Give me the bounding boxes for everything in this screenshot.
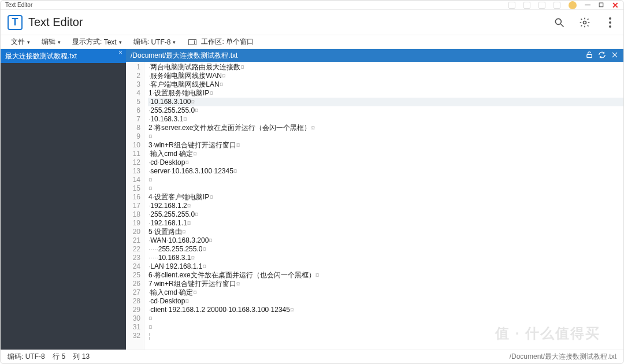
titlebar-brand-icon [569, 1, 577, 9]
app-logo-icon: T [8, 15, 23, 30]
line-gutter: 1234567891011121314151617181920212223242… [126, 62, 144, 350]
sidebar-tab[interactable]: 最大连接数测试教程.txt × [1, 49, 126, 63]
status-encoding: 编码: UTF-8 [8, 352, 45, 362]
window-titlebar: Text Editor — ☐ ✕ [1, 1, 623, 10]
sidebar-tab-label: 最大连接数测试教程.txt [5, 51, 77, 61]
titlebar-tool-icon[interactable] [523, 2, 530, 9]
text-editor[interactable]: 1234567891011121314151617181920212223242… [126, 62, 623, 350]
tab-close-icon[interactable]: × [118, 49, 122, 57]
menu-workspace: 工作区: 单个窗口 [201, 35, 258, 49]
app-title: Text Editor [28, 16, 83, 29]
status-col: 列 13 [73, 352, 90, 362]
close-button[interactable]: ✕ [612, 1, 619, 10]
sync-icon[interactable] [598, 51, 606, 61]
svg-rect-3 [587, 54, 592, 57]
file-path-bar: /Document/最大连接数测试教程.txt [126, 49, 623, 62]
panel-close-icon[interactable] [611, 51, 619, 61]
unlock-icon[interactable] [585, 51, 593, 61]
menu-display[interactable]: 显示方式: Text▾ [68, 35, 127, 49]
file-path: /Document/最大连接数测试教程.txt [131, 51, 237, 61]
titlebar-tool-icon[interactable] [554, 2, 560, 9]
sidebar: 最大连接数测试教程.txt × [1, 49, 126, 350]
status-row: 行 5 [53, 352, 65, 362]
menu-file[interactable]: 文件▾ [6, 35, 35, 49]
status-filepath: /Document/最大连接数测试教程.txt [510, 352, 616, 362]
svg-point-2 [584, 21, 586, 24]
titlebar-tool-icon[interactable] [538, 2, 545, 9]
svg-line-1 [561, 24, 564, 27]
menu-bar: 文件▾ 编辑▾ 显示方式: Text▾ 编码: UTF-8▾ 工作区: 单个窗口 [1, 35, 623, 49]
status-bar: 编码: UTF-8 行 5 列 13 /Document/最大连接数测试教程.t… [1, 350, 623, 363]
workspace-icon [188, 39, 196, 45]
maximize-button[interactable]: ☐ [599, 2, 604, 8]
search-icon[interactable] [553, 16, 566, 29]
menu-edit[interactable]: 编辑▾ [37, 35, 65, 49]
app-header: T Text Editor [1, 10, 623, 35]
more-menu-icon[interactable] [604, 16, 616, 29]
window-title: Text Editor [5, 2, 32, 8]
code-area[interactable]: ·两台电脑测试路由最大连接数¤·服务端电脑网线接WAN¤·客户端电脑网线接LAN… [144, 62, 623, 350]
settings-gear-icon[interactable] [578, 16, 591, 29]
titlebar-tool-icon[interactable] [508, 2, 515, 9]
minimize-button[interactable]: — [585, 2, 590, 8]
svg-point-0 [555, 18, 561, 24]
menu-encoding[interactable]: 编码: UTF-8▾ [129, 35, 181, 49]
